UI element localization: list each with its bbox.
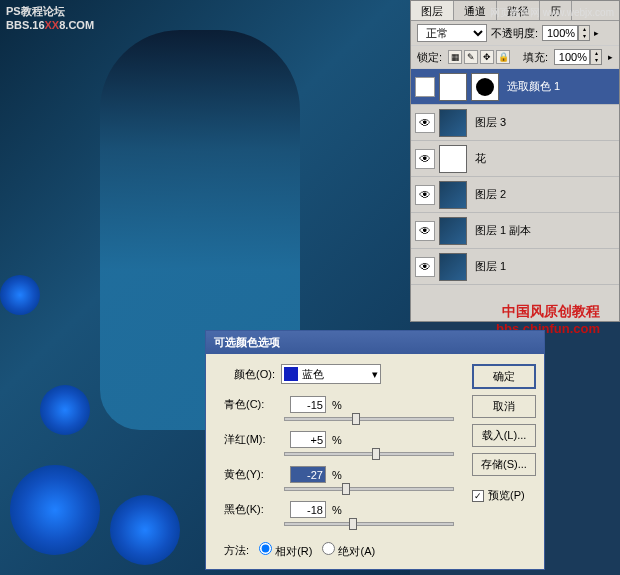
selective-color-dialog: 可选颜色选项 颜色(O): 蓝色 ▾ 青色(C): % 洋红(M): % bbox=[205, 330, 545, 570]
fill-spinner[interactable]: ▴▾ bbox=[554, 49, 602, 65]
blend-mode-select[interactable]: 正常 bbox=[417, 24, 487, 42]
visibility-icon[interactable]: 👁 bbox=[415, 77, 435, 97]
layer-thumb[interactable] bbox=[439, 181, 467, 209]
yellow-label: 黄色(Y): bbox=[224, 467, 284, 482]
layer-name: 图层 1 bbox=[471, 259, 615, 274]
layer-thumb[interactable] bbox=[439, 217, 467, 245]
preview-label: 预览(P) bbox=[488, 488, 525, 503]
layer-name: 选取颜色 1 bbox=[503, 79, 615, 94]
magenta-input[interactable] bbox=[290, 431, 326, 448]
color-value: 蓝色 bbox=[302, 367, 324, 382]
color-label: 颜色(O): bbox=[234, 367, 275, 382]
fill-input[interactable] bbox=[554, 49, 590, 65]
watermark-top-left: PS教程论坛 BBS.16XX8.COM bbox=[6, 4, 94, 33]
cyan-label: 青色(C): bbox=[224, 397, 284, 412]
yellow-slider[interactable] bbox=[284, 487, 454, 491]
flower-decoration bbox=[0, 255, 210, 575]
layer-row[interactable]: 👁 图层 1 bbox=[411, 249, 619, 285]
color-dropdown[interactable]: 蓝色 ▾ bbox=[281, 364, 381, 384]
layer-list: 👁 ◐ 选取颜色 1 👁 图层 3 👁 花 👁 图层 2 👁 图层 1 副本 👁 bbox=[411, 69, 619, 285]
magenta-label: 洋红(M): bbox=[224, 432, 284, 447]
cyan-input[interactable] bbox=[290, 396, 326, 413]
lock-pixels-icon[interactable]: ✎ bbox=[464, 50, 478, 64]
layer-name: 图层 3 bbox=[471, 115, 615, 130]
visibility-icon[interactable]: 👁 bbox=[415, 257, 435, 277]
black-slider[interactable] bbox=[284, 522, 454, 526]
lock-all-icon[interactable]: 🔒 bbox=[496, 50, 510, 64]
save-button[interactable]: 存储(S)... bbox=[472, 453, 536, 476]
ok-button[interactable]: 确定 bbox=[472, 364, 536, 389]
cancel-button[interactable]: 取消 bbox=[472, 395, 536, 418]
layer-mask-thumb[interactable] bbox=[471, 73, 499, 101]
layer-row[interactable]: 👁 图层 1 副本 bbox=[411, 213, 619, 249]
black-label: 黑色(K): bbox=[224, 502, 284, 517]
opacity-input[interactable] bbox=[542, 25, 578, 41]
layer-row[interactable]: 👁 ◐ 选取颜色 1 bbox=[411, 69, 619, 105]
layer-thumb[interactable] bbox=[439, 253, 467, 281]
lock-transparent-icon[interactable]: ▦ bbox=[448, 50, 462, 64]
layer-row[interactable]: 👁 花 bbox=[411, 141, 619, 177]
lock-position-icon[interactable]: ✥ bbox=[480, 50, 494, 64]
layer-thumb[interactable] bbox=[439, 109, 467, 137]
fill-label: 填充: bbox=[523, 50, 548, 65]
yellow-input[interactable] bbox=[290, 466, 326, 483]
layers-panel: 图层 通道 路径 历 正常 不透明度: ▴▾ ▸ 锁定: ▦ ✎ ✥ 🔒 填充:… bbox=[410, 0, 620, 322]
black-input[interactable] bbox=[290, 501, 326, 518]
layer-name: 图层 2 bbox=[471, 187, 615, 202]
lock-label: 锁定: bbox=[417, 50, 442, 65]
opacity-spinner[interactable]: ▴▾ bbox=[542, 25, 590, 41]
opacity-label: 不透明度: bbox=[491, 26, 538, 41]
cyan-slider[interactable] bbox=[284, 417, 454, 421]
layer-thumb[interactable]: ◐ bbox=[439, 73, 467, 101]
tab-layers[interactable]: 图层 bbox=[411, 1, 454, 20]
load-button[interactable]: 载入(L)... bbox=[472, 424, 536, 447]
lock-icons: ▦ ✎ ✥ 🔒 bbox=[448, 50, 510, 64]
layer-name: 图层 1 副本 bbox=[471, 223, 615, 238]
visibility-icon[interactable]: 👁 bbox=[415, 113, 435, 133]
visibility-icon[interactable]: 👁 bbox=[415, 185, 435, 205]
layer-thumb[interactable] bbox=[439, 145, 467, 173]
visibility-icon[interactable]: 👁 bbox=[415, 149, 435, 169]
method-label: 方法: bbox=[224, 543, 249, 558]
visibility-icon[interactable]: 👁 bbox=[415, 221, 435, 241]
watermark-top-right: 网页教学网 www.webjx.com bbox=[490, 6, 614, 20]
layer-row[interactable]: 👁 图层 3 bbox=[411, 105, 619, 141]
preview-checkbox[interactable]: ✓ 预览(P) bbox=[472, 488, 536, 503]
dialog-title: 可选颜色选项 bbox=[206, 331, 544, 354]
method-relative-radio[interactable]: 相对(R) bbox=[259, 542, 312, 559]
color-swatch-icon bbox=[284, 367, 298, 381]
method-absolute-radio[interactable]: 绝对(A) bbox=[322, 542, 375, 559]
layer-name: 花 bbox=[471, 151, 615, 166]
layer-row[interactable]: 👁 图层 2 bbox=[411, 177, 619, 213]
magenta-slider[interactable] bbox=[284, 452, 454, 456]
